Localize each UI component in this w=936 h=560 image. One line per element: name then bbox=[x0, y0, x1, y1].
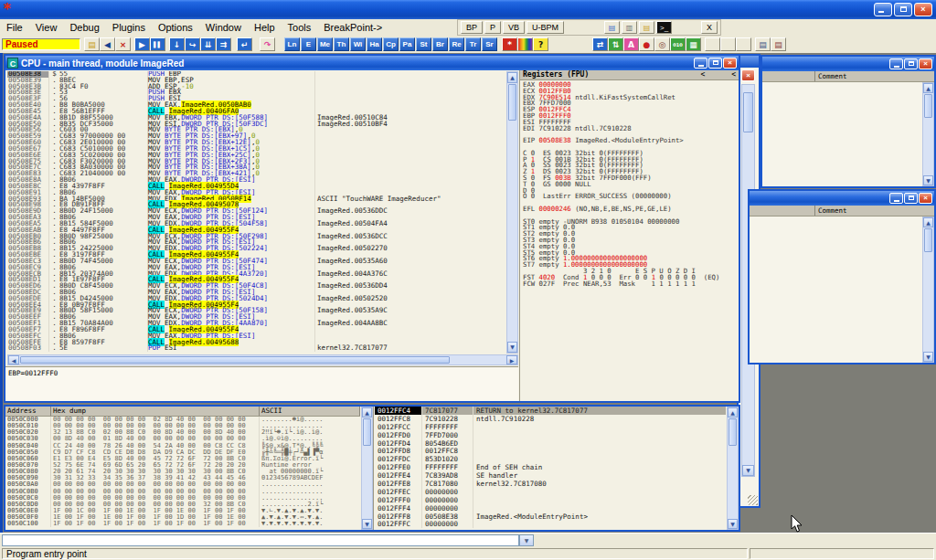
register-line[interactable]: EDI 7C910228 ntdll.7C910228 bbox=[523, 126, 738, 132]
stack-pane[interactable]: 0012FFC47C817077RETURN to kernel32.7C817… bbox=[375, 407, 726, 530]
disasm-row[interactable]: 00508E38$55PUSH EBP bbox=[7, 71, 506, 78]
bp-toolbar-button-u-bpm[interactable]: U-BPM bbox=[526, 21, 564, 34]
bp-toolbar-button-p[interactable]: P bbox=[484, 21, 501, 34]
dump-column-address[interactable]: Address bbox=[5, 407, 51, 416]
go-to-icon[interactable]: ↷ bbox=[260, 37, 275, 51]
dump-row[interactable]: 0050C1001F 00 1F 00 1F 00 1F 00 1F 00 1F… bbox=[5, 521, 360, 527]
dump-pane[interactable]: 0050C00000 00 00 00 00 00 00 00 02 8D 40… bbox=[5, 417, 360, 530]
info-pane[interactable]: EBP=0012FFF0 bbox=[5, 366, 518, 401]
menu-tools[interactable]: Tools bbox=[282, 19, 318, 36]
log-icon[interactable]: ▤ bbox=[771, 37, 786, 51]
w1-column-comment[interactable]: Comment bbox=[815, 71, 934, 81]
w2-column-comment[interactable]: Comment bbox=[815, 206, 934, 216]
restart-icon[interactable]: ◀ bbox=[100, 37, 115, 51]
w2-minimize-button[interactable] bbox=[889, 193, 903, 204]
menu-help[interactable]: Help bbox=[248, 19, 282, 36]
w1-close-button[interactable]: × bbox=[919, 58, 932, 69]
copy-icon[interactable]: ▤ bbox=[604, 21, 620, 34]
menu-debug[interactable]: Debug bbox=[63, 19, 105, 36]
menu-view[interactable]: View bbox=[29, 19, 64, 36]
disassembly-pane[interactable]: 00508E38$55PUSH EBP00508E39.8BECMOV EBP,… bbox=[7, 71, 506, 353]
app-minimize-button[interactable] bbox=[874, 3, 892, 16]
cpu-window-titlebar[interactable]: C CPU - main thread, module ImageRed × bbox=[5, 56, 739, 70]
close-program-icon[interactable]: × bbox=[115, 37, 131, 51]
background-window-close-button[interactable]: × bbox=[741, 69, 755, 81]
window-button-me[interactable]: Me bbox=[317, 37, 333, 51]
w2-scrollbar[interactable]: ▲ ▼ bbox=[922, 217, 934, 363]
disasm-row[interactable]: 00508F03.5EPOP ESIkernel32.7C817077 bbox=[7, 345, 506, 352]
window-button-cp[interactable]: Cp bbox=[383, 37, 399, 51]
disasm-row[interactable]: 00508E83.C683 21040000 00MOV BYTE PTR DS… bbox=[7, 171, 506, 177]
open-file-icon[interactable]: ▤ bbox=[84, 37, 100, 51]
stack-row[interactable]: 0012FFC87C910228ntdll.7C910228 bbox=[375, 415, 726, 423]
animate-into-icon[interactable]: ⇊ bbox=[200, 37, 216, 51]
window-button-br[interactable]: Br bbox=[432, 37, 448, 51]
binary-icon[interactable]: 010 bbox=[670, 37, 686, 51]
window-button-e[interactable]: E bbox=[301, 37, 316, 51]
register-line[interactable]: T 0 GS 0000 NULL bbox=[523, 182, 738, 188]
stack-row[interactable]: 0012FFEC00000000 bbox=[375, 488, 726, 496]
stack-vscrollbar[interactable]: ▲ ▼ bbox=[727, 407, 739, 530]
stack-row[interactable]: 0012FFCCFFFFFFFF bbox=[375, 423, 726, 431]
folder-icon[interactable]: ▤ bbox=[639, 21, 654, 34]
app-restore-button[interactable] bbox=[894, 3, 912, 16]
window-button-th[interactable]: Th bbox=[334, 37, 349, 51]
w2-body[interactable] bbox=[750, 217, 922, 363]
command-dropdown-button[interactable]: ▼ bbox=[519, 534, 534, 546]
stack-row[interactable]: 0012FFF800508E38ImageRed.<ModuleEntryPoi… bbox=[375, 512, 726, 521]
menu-breakpoint[interactable]: BreakPoint-> bbox=[317, 19, 388, 36]
w1-column-blank[interactable] bbox=[762, 71, 815, 81]
disasm-row[interactable]: 00508ED6.8B0D C8F45000MOV ECX,DWORD PTR … bbox=[7, 283, 506, 290]
trace-icon[interactable]: ◎ bbox=[654, 37, 670, 51]
window-button-ln[interactable]: Ln bbox=[284, 37, 300, 51]
stack-row[interactable]: 0012FFC47C817077RETURN to kernel32.7C817… bbox=[375, 407, 726, 415]
blank-button-3[interactable] bbox=[736, 37, 751, 51]
cpu-restore-button[interactable] bbox=[708, 58, 722, 69]
step-into-icon[interactable]: ↓ bbox=[169, 37, 185, 51]
w1-scrollbar[interactable]: ▲ ▼ bbox=[922, 82, 934, 186]
breakpoint-icon[interactable]: ● bbox=[639, 37, 654, 51]
step-over-icon[interactable]: ↪ bbox=[185, 37, 200, 51]
appearance-icon[interactable] bbox=[517, 37, 533, 51]
w1-body[interactable] bbox=[762, 82, 922, 186]
console-icon[interactable]: >_ bbox=[656, 21, 672, 34]
book-icon[interactable]: ▥ bbox=[622, 21, 637, 34]
disasm-row[interactable]: 00508E9D.8B0D 24F15000MOV ECX,DWORD PTR … bbox=[7, 208, 506, 215]
comment-window-2-titlebar[interactable]: × bbox=[750, 191, 934, 206]
disasm-row[interactable]: 00508E3B.83C4 F0ADD ESP,-10 bbox=[7, 84, 506, 90]
settings-icon[interactable]: * bbox=[502, 37, 517, 51]
window-button-wi[interactable]: Wi bbox=[350, 37, 366, 51]
registers-header[interactable]: Registers (FPU) < < bbox=[520, 70, 739, 80]
stack-row[interactable]: 0012FFD80012FFC8 bbox=[375, 447, 726, 455]
updown-icon[interactable]: ⇅ bbox=[608, 37, 623, 51]
window-button-re[interactable]: Re bbox=[449, 37, 464, 51]
dump-vscrollbar[interactable]: ▲ ▼ bbox=[361, 407, 373, 530]
stack-row[interactable]: 0012FFD07FFD7000 bbox=[375, 431, 726, 439]
comment-window-1-titlebar[interactable]: × bbox=[762, 57, 934, 71]
stack-row[interactable]: 0012FFDC853D1020 bbox=[375, 455, 726, 463]
disassembly-hscrollbar[interactable]: ◀ ▶ bbox=[7, 354, 518, 365]
help-icon[interactable]: ? bbox=[533, 37, 548, 51]
register-line[interactable]: EIP 00508E38 ImageRed.<ModuleEntryPoint> bbox=[523, 138, 738, 144]
register-line[interactable]: FCW 027F Prec NEAR,53 Mask 1 1 1 1 1 1 bbox=[523, 281, 738, 288]
app-close-button[interactable]: × bbox=[914, 3, 932, 16]
dump-column-hex[interactable]: Hex dump bbox=[51, 407, 260, 416]
stack-row[interactable]: 0012FFE0FFFFFFFFEnd of SEH chain bbox=[375, 463, 726, 471]
stack-row[interactable]: 0012FFF400000000 bbox=[375, 504, 726, 512]
w2-close-button[interactable]: × bbox=[919, 193, 932, 204]
menu-window[interactable]: Window bbox=[199, 19, 248, 36]
notes-icon[interactable]: ▤ bbox=[755, 37, 771, 51]
memory-icon[interactable]: ▦ bbox=[686, 37, 701, 51]
disasm-row[interactable]: 00508EF7.E8 F896F8FFCALL ImageRed.004955… bbox=[7, 327, 506, 333]
menu-file[interactable]: File bbox=[0, 19, 29, 36]
stack-row[interactable]: 0012FFE87C817080kernel32.7C817080 bbox=[375, 480, 726, 488]
window-button-pa[interactable]: Pa bbox=[399, 37, 415, 51]
window-button-st[interactable]: St bbox=[416, 37, 431, 51]
bp-toolbar-button-vb[interactable]: VB bbox=[503, 21, 525, 34]
window-button-tr[interactable]: Tr bbox=[465, 37, 481, 51]
stack-row[interactable]: 0012FFD48054B6ED bbox=[375, 439, 726, 448]
stack-row[interactable]: 0012FFE47C839AD8SE handler bbox=[375, 471, 726, 480]
w1-restore-button[interactable] bbox=[904, 58, 918, 69]
w1-minimize-button[interactable] bbox=[889, 58, 903, 69]
pause-icon[interactable]: ▌▌ bbox=[150, 37, 165, 51]
